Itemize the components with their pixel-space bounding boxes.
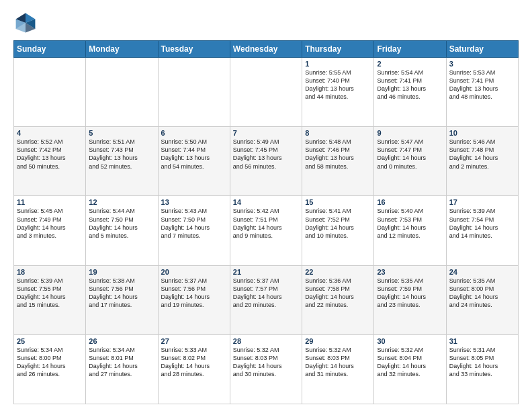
cell-details: Sunrise: 5:52 AM Sunset: 7:42 PM Dayligh… — [17, 138, 83, 171]
cell-details: Sunrise: 5:46 AM Sunset: 7:48 PM Dayligh… — [449, 138, 515, 171]
weekday-header-row: SundayMondayTuesdayWednesdayThursdayFrid… — [14, 41, 519, 58]
week-row-2: 4Sunrise: 5:52 AM Sunset: 7:42 PM Daylig… — [14, 127, 519, 196]
calendar-cell: 27Sunrise: 5:33 AM Sunset: 8:02 PM Dayli… — [158, 334, 230, 404]
day-number: 30 — [377, 337, 443, 345]
cell-details: Sunrise: 5:34 AM Sunset: 8:00 PM Dayligh… — [17, 346, 83, 379]
calendar-cell: 23Sunrise: 5:35 AM Sunset: 7:59 PM Dayli… — [374, 265, 446, 334]
calendar-cell: 11Sunrise: 5:45 AM Sunset: 7:49 PM Dayli… — [14, 196, 86, 265]
calendar-cell: 15Sunrise: 5:41 AM Sunset: 7:52 PM Dayli… — [302, 196, 374, 265]
weekday-friday: Friday — [374, 41, 446, 58]
logo-icon — [13, 11, 38, 35]
calendar-cell — [158, 58, 230, 127]
weekday-wednesday: Wednesday — [230, 41, 302, 58]
calendar-cell: 10Sunrise: 5:46 AM Sunset: 7:48 PM Dayli… — [446, 127, 518, 196]
calendar-cell: 21Sunrise: 5:37 AM Sunset: 7:57 PM Dayli… — [230, 265, 302, 334]
calendar-cell: 30Sunrise: 5:32 AM Sunset: 8:04 PM Dayli… — [374, 334, 446, 404]
weekday-thursday: Thursday — [302, 41, 374, 58]
day-number: 24 — [449, 268, 515, 276]
calendar-cell — [14, 58, 86, 127]
week-row-3: 11Sunrise: 5:45 AM Sunset: 7:49 PM Dayli… — [14, 196, 519, 265]
cell-details: Sunrise: 5:48 AM Sunset: 7:46 PM Dayligh… — [305, 138, 371, 171]
calendar-cell: 26Sunrise: 5:34 AM Sunset: 8:01 PM Dayli… — [86, 334, 158, 404]
week-row-5: 25Sunrise: 5:34 AM Sunset: 8:00 PM Dayli… — [14, 334, 519, 404]
calendar-cell: 14Sunrise: 5:42 AM Sunset: 7:51 PM Dayli… — [230, 196, 302, 265]
day-number: 19 — [89, 268, 154, 276]
cell-details: Sunrise: 5:38 AM Sunset: 7:56 PM Dayligh… — [89, 277, 154, 310]
cell-details: Sunrise: 5:32 AM Sunset: 8:03 PM Dayligh… — [305, 346, 371, 379]
day-number: 16 — [377, 198, 443, 206]
calendar-cell — [86, 58, 158, 127]
calendar-cell: 25Sunrise: 5:34 AM Sunset: 8:00 PM Dayli… — [14, 334, 86, 404]
day-number: 14 — [233, 198, 299, 206]
day-number: 6 — [161, 129, 227, 137]
calendar-cell: 17Sunrise: 5:39 AM Sunset: 7:54 PM Dayli… — [446, 196, 518, 265]
calendar-cell: 3Sunrise: 5:53 AM Sunset: 7:41 PM Daylig… — [446, 58, 518, 127]
cell-details: Sunrise: 5:44 AM Sunset: 7:50 PM Dayligh… — [89, 207, 154, 240]
calendar-cell: 1Sunrise: 5:55 AM Sunset: 7:40 PM Daylig… — [302, 58, 374, 127]
day-number: 12 — [89, 198, 154, 206]
day-number: 29 — [305, 337, 371, 345]
cell-details: Sunrise: 5:49 AM Sunset: 7:45 PM Dayligh… — [233, 138, 299, 171]
calendar-cell: 13Sunrise: 5:43 AM Sunset: 7:50 PM Dayli… — [158, 196, 230, 265]
day-number: 5 — [89, 129, 154, 137]
week-row-4: 18Sunrise: 5:39 AM Sunset: 7:55 PM Dayli… — [14, 265, 519, 334]
header — [13, 11, 519, 35]
calendar-cell: 16Sunrise: 5:40 AM Sunset: 7:53 PM Dayli… — [374, 196, 446, 265]
calendar-cell: 8Sunrise: 5:48 AM Sunset: 7:46 PM Daylig… — [302, 127, 374, 196]
cell-details: Sunrise: 5:35 AM Sunset: 8:00 PM Dayligh… — [449, 277, 515, 310]
cell-details: Sunrise: 5:55 AM Sunset: 7:40 PM Dayligh… — [305, 68, 371, 101]
calendar-table: SundayMondayTuesdayWednesdayThursdayFrid… — [13, 40, 519, 404]
day-number: 31 — [449, 337, 515, 345]
logo — [13, 11, 40, 35]
cell-details: Sunrise: 5:37 AM Sunset: 7:57 PM Dayligh… — [233, 277, 299, 310]
weekday-tuesday: Tuesday — [158, 41, 230, 58]
day-number: 10 — [449, 129, 515, 137]
weekday-monday: Monday — [86, 41, 158, 58]
weekday-sunday: Sunday — [14, 41, 86, 58]
calendar-cell: 6Sunrise: 5:50 AM Sunset: 7:44 PM Daylig… — [158, 127, 230, 196]
day-number: 11 — [17, 198, 83, 206]
day-number: 8 — [305, 129, 371, 137]
page: SundayMondayTuesdayWednesdayThursdayFrid… — [0, 0, 532, 411]
day-number: 13 — [161, 198, 227, 206]
calendar-cell: 28Sunrise: 5:32 AM Sunset: 8:03 PM Dayli… — [230, 334, 302, 404]
day-number: 22 — [305, 268, 371, 276]
cell-details: Sunrise: 5:42 AM Sunset: 7:51 PM Dayligh… — [233, 207, 299, 240]
day-number: 3 — [449, 60, 515, 68]
day-number: 26 — [89, 337, 154, 345]
day-number: 7 — [233, 129, 299, 137]
day-number: 18 — [17, 268, 83, 276]
cell-details: Sunrise: 5:53 AM Sunset: 7:41 PM Dayligh… — [449, 68, 515, 101]
calendar-cell: 29Sunrise: 5:32 AM Sunset: 8:03 PM Dayli… — [302, 334, 374, 404]
cell-details: Sunrise: 5:31 AM Sunset: 8:05 PM Dayligh… — [449, 346, 515, 379]
cell-details: Sunrise: 5:41 AM Sunset: 7:52 PM Dayligh… — [305, 207, 371, 240]
day-number: 9 — [377, 129, 443, 137]
day-number: 2 — [377, 60, 443, 68]
cell-details: Sunrise: 5:47 AM Sunset: 7:47 PM Dayligh… — [377, 138, 443, 171]
cell-details: Sunrise: 5:51 AM Sunset: 7:43 PM Dayligh… — [89, 138, 154, 171]
cell-details: Sunrise: 5:54 AM Sunset: 7:41 PM Dayligh… — [377, 68, 443, 101]
calendar-cell — [230, 58, 302, 127]
cell-details: Sunrise: 5:50 AM Sunset: 7:44 PM Dayligh… — [161, 138, 227, 171]
cell-details: Sunrise: 5:43 AM Sunset: 7:50 PM Dayligh… — [161, 207, 227, 240]
calendar-cell: 4Sunrise: 5:52 AM Sunset: 7:42 PM Daylig… — [14, 127, 86, 196]
calendar-cell: 24Sunrise: 5:35 AM Sunset: 8:00 PM Dayli… — [446, 265, 518, 334]
cell-details: Sunrise: 5:45 AM Sunset: 7:49 PM Dayligh… — [17, 207, 83, 240]
calendar-cell: 9Sunrise: 5:47 AM Sunset: 7:47 PM Daylig… — [374, 127, 446, 196]
day-number: 1 — [305, 60, 371, 68]
day-number: 28 — [233, 337, 299, 345]
weekday-saturday: Saturday — [446, 41, 518, 58]
day-number: 27 — [161, 337, 227, 345]
cell-details: Sunrise: 5:32 AM Sunset: 8:03 PM Dayligh… — [233, 346, 299, 379]
day-number: 20 — [161, 268, 227, 276]
day-number: 23 — [377, 268, 443, 276]
day-number: 15 — [305, 198, 371, 206]
calendar-cell: 20Sunrise: 5:37 AM Sunset: 7:56 PM Dayli… — [158, 265, 230, 334]
cell-details: Sunrise: 5:40 AM Sunset: 7:53 PM Dayligh… — [377, 207, 443, 240]
cell-details: Sunrise: 5:39 AM Sunset: 7:55 PM Dayligh… — [17, 277, 83, 310]
day-number: 17 — [449, 198, 515, 206]
calendar-cell: 5Sunrise: 5:51 AM Sunset: 7:43 PM Daylig… — [86, 127, 158, 196]
cell-details: Sunrise: 5:33 AM Sunset: 8:02 PM Dayligh… — [161, 346, 227, 379]
cell-details: Sunrise: 5:39 AM Sunset: 7:54 PM Dayligh… — [449, 207, 515, 240]
day-number: 4 — [17, 129, 83, 137]
